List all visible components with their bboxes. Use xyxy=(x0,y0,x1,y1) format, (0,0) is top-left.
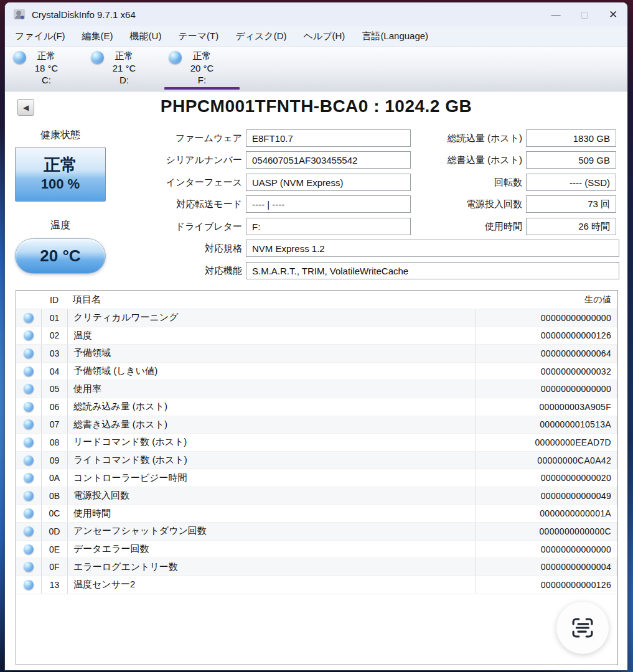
back-button[interactable]: ◀ xyxy=(17,99,34,116)
main-panel: ◀ PHPCM001TFNTH-BCA0 : 1024.2 GB 健康状態 正常… xyxy=(5,91,627,670)
menu-help[interactable]: ヘルプ(H) xyxy=(303,30,345,42)
temperature-indicator: 20 °C xyxy=(15,238,106,274)
attribute-id: 03 xyxy=(41,345,67,362)
field-label: ドライブレター xyxy=(137,218,246,235)
drive-tab-d[interactable]: 正常 21 °C D: xyxy=(85,47,163,91)
header-id: ID xyxy=(41,291,67,309)
table-row[interactable]: 0F エラーログエントリー数 00000000000004 xyxy=(16,558,617,576)
attribute-raw-value: 00000000000000 xyxy=(476,380,617,398)
tab-temperature: 20 °C xyxy=(190,62,214,75)
status-orb-icon xyxy=(24,455,34,465)
field-standard: 対応規格 NVM Express 1.2 xyxy=(193,240,619,257)
attribute-id: 13 xyxy=(41,576,67,594)
field-features: 対応機能 S.M.A.R.T., TRIM, VolatileWriteCach… xyxy=(193,262,619,279)
attribute-name: アンセーフシャットダウン回数 xyxy=(67,523,476,540)
attribute-raw-value: 00000000000004 xyxy=(476,558,617,576)
attribute-id: 0A xyxy=(41,469,67,487)
attribute-raw-value: 00000000000020 xyxy=(476,469,617,487)
attribute-id: 0F xyxy=(41,558,67,576)
table-row[interactable]: 03 予備領域 00000000000064 xyxy=(16,345,617,363)
attribute-name: 予備領域 xyxy=(67,345,476,362)
attribute-name: データエラー回数 xyxy=(67,541,476,558)
crystaldiskinfo-window: CrystalDiskInfo 9.7.1 x64 — ▢ ✕ ファイル(F) … xyxy=(5,2,627,670)
status-orb-icon xyxy=(24,330,34,340)
table-row[interactable]: 0A コントローラービジー時間 00000000000020 xyxy=(16,469,617,487)
attribute-id: 01 xyxy=(41,309,67,327)
window-title: CrystalDiskInfo 9.7.1 x64 xyxy=(32,9,136,20)
close-button[interactable]: ✕ xyxy=(599,2,627,26)
table-row[interactable]: 02 温度 00000000000126 xyxy=(16,327,617,345)
menu-disk[interactable]: ディスク(D) xyxy=(235,30,286,42)
attribute-id: 09 xyxy=(41,452,67,469)
table-row[interactable]: 09 ライトコマンド数 (ホスト) 00000000CA0A42 xyxy=(16,452,617,470)
attribute-id: 06 xyxy=(41,398,67,416)
attribute-id: 02 xyxy=(41,327,67,345)
field-interface: インターフェース UASP (NVM Express) xyxy=(137,174,411,191)
status-orb-icon xyxy=(24,526,34,536)
field-label: インターフェース xyxy=(137,174,246,191)
menu-function[interactable]: 機能(U) xyxy=(130,30,162,42)
attribute-raw-value: 00000000000126 xyxy=(476,327,617,345)
tab-status: 正常 xyxy=(193,50,212,62)
field-label: シリアルナンバー xyxy=(137,151,246,169)
tab-drive-letter: C: xyxy=(42,74,51,86)
text-scan-icon xyxy=(570,615,596,641)
status-orb-icon xyxy=(24,348,34,358)
field-serial-number: シリアルナンバー 054607051AF303455542 xyxy=(137,151,411,169)
field-value: UASP (NVM Express) xyxy=(246,174,411,191)
field-host-writes: 総書込量 (ホスト) 509 GB xyxy=(423,151,616,169)
table-row[interactable]: 05 使用率 00000000000000 xyxy=(16,380,617,398)
maximize-button[interactable]: ▢ xyxy=(570,2,599,26)
drive-tab-c[interactable]: 正常 18 °C C: xyxy=(7,47,85,91)
field-value: 054607051AF303455542 xyxy=(246,151,411,169)
field-value: S.M.A.R.T., TRIM, VolatileWriteCache xyxy=(246,262,619,279)
table-row[interactable]: 07 総書き込み量 (ホスト) 0000000010513A xyxy=(16,416,617,434)
field-value: 509 GB xyxy=(526,151,616,169)
field-value: ---- (SSD) xyxy=(526,174,616,191)
field-rotation-rate: 回転数 ---- (SSD) xyxy=(423,174,616,191)
attribute-id: 04 xyxy=(41,363,67,380)
menu-file[interactable]: ファイル(F) xyxy=(15,30,65,42)
attribute-name: 使用時間 xyxy=(67,505,476,523)
table-row[interactable]: 0D アンセーフシャットダウン回数 0000000000000C xyxy=(16,523,617,541)
field-power-on-hours: 使用時間 26 時間 xyxy=(423,218,616,235)
tab-status: 正常 xyxy=(115,50,134,62)
status-orb-icon xyxy=(24,384,34,394)
table-row[interactable]: 01 クリティカルワーニング 00000000000000 xyxy=(16,309,617,327)
table-row[interactable]: 13 温度センサー2 00000000000126 xyxy=(16,576,617,594)
field-value: E8FT10.7 xyxy=(246,129,411,147)
attribute-name: 総読み込み量 (ホスト) xyxy=(67,398,476,416)
app-icon xyxy=(12,7,26,21)
attribute-id: 0B xyxy=(41,487,67,505)
status-orb-icon xyxy=(24,562,34,572)
status-orb-icon xyxy=(169,51,182,64)
table-row[interactable]: 08 リードコマンド数 (ホスト) 00000000EEAD7D xyxy=(16,434,617,452)
field-label: ファームウェア xyxy=(137,129,246,147)
table-row[interactable]: 0E データエラー回数 00000000000000 xyxy=(16,541,617,559)
attribute-id: 08 xyxy=(41,434,67,451)
health-status-value: 正常 xyxy=(44,156,77,175)
titlebar: CrystalDiskInfo 9.7.1 x64 — ▢ ✕ xyxy=(5,2,627,26)
drive-tab-f-selected[interactable]: 正常 20 °C F: xyxy=(163,47,241,91)
menu-edit[interactable]: 編集(E) xyxy=(82,30,113,42)
minimize-button[interactable]: — xyxy=(542,2,570,26)
attribute-raw-value: 0000000010513A xyxy=(476,416,617,434)
menu-theme[interactable]: テーマ(T) xyxy=(178,30,218,42)
table-row[interactable]: 04 予備領域 (しきい値) 00000000000032 xyxy=(16,363,617,381)
table-row[interactable]: 0C 使用時間 0000000000001A xyxy=(16,505,617,523)
field-value: F: xyxy=(246,218,411,235)
attribute-raw-value: 00000000000049 xyxy=(476,487,617,505)
field-host-reads: 総読込量 (ホスト) 1830 GB xyxy=(423,129,616,147)
text-scan-button[interactable] xyxy=(556,602,609,654)
table-row[interactable]: 0B 電源投入回数 00000000000049 xyxy=(16,487,617,505)
attribute-raw-value: 00000000EEAD7D xyxy=(476,434,617,451)
attribute-raw-value: 000000003A905F xyxy=(476,398,617,416)
attribute-name: コントローラービジー時間 xyxy=(67,469,476,487)
field-label: 総読込量 (ホスト) xyxy=(423,129,526,147)
attribute-name: 使用率 xyxy=(67,380,476,398)
menu-language[interactable]: 言語(Language) xyxy=(362,30,428,42)
status-orb-icon xyxy=(24,580,34,590)
table-row[interactable]: 06 総読み込み量 (ホスト) 000000003A905F xyxy=(16,398,617,416)
health-percent-value: 100 % xyxy=(41,176,80,192)
attribute-name: 予備領域 (しきい値) xyxy=(67,363,476,380)
